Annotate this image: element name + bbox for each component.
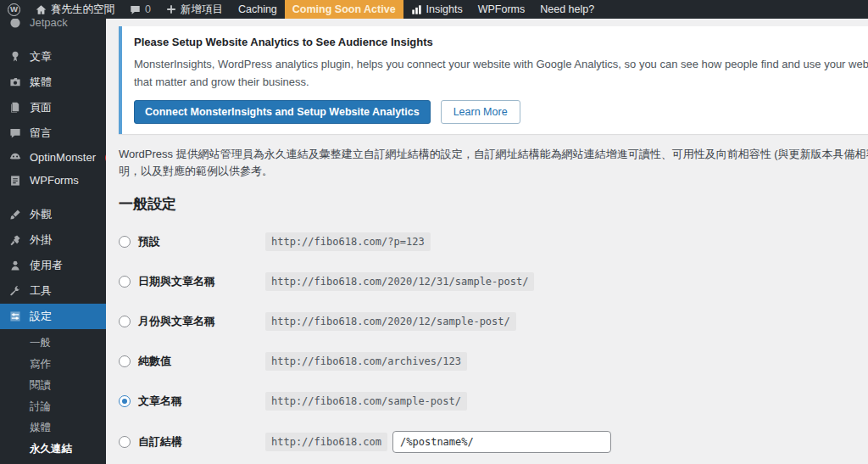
submenu-permalinks[interactable]: 永久連結 bbox=[0, 439, 106, 460]
intro-line2: 明，以及對應的範例以供參考。 bbox=[119, 163, 868, 180]
caching-menu[interactable]: Caching bbox=[231, 0, 285, 19]
radio-day-name[interactable] bbox=[119, 276, 131, 288]
intro-line1: WordPress 提供網站管理員為永久連結及彙整建立自訂網址結構的設定，自訂網… bbox=[119, 146, 868, 163]
submenu-media[interactable]: 媒體 bbox=[0, 417, 106, 439]
sidebar-item-jetpack[interactable]: Jetpack bbox=[0, 19, 106, 34]
submenu-privacy[interactable]: 隱私權 bbox=[0, 460, 106, 464]
option-row-plain: 預設 http://fibo618.com/?p=123 bbox=[119, 232, 868, 252]
learn-more-button[interactable]: Learn More bbox=[441, 100, 520, 124]
sidebar-item-label: 外掛 bbox=[30, 232, 52, 248]
submenu-discussion[interactable]: 討論 bbox=[0, 396, 106, 417]
option-label[interactable]: 日期與文章名稱 bbox=[138, 274, 265, 289]
url-prefix: http://fibo618.com bbox=[265, 433, 387, 451]
admin-bar: W 賽先生的空間 0 新增項目 Caching Coming Soon Acti… bbox=[0, 0, 868, 19]
option-row-numeric: 純數值 http://fibo618.com/archives/123 bbox=[119, 351, 868, 372]
comments-count: 0 bbox=[145, 3, 151, 15]
comments-menu[interactable]: 0 bbox=[122, 0, 159, 19]
caching-label: Caching bbox=[238, 3, 277, 15]
insights-menu[interactable]: Insights bbox=[403, 0, 470, 19]
sidebar-item-label: 使用者 bbox=[30, 258, 63, 273]
url-example: http://fibo618.com/sample-post/ bbox=[265, 392, 467, 411]
sidebar-item-label: OptinMonster bbox=[30, 151, 96, 164]
custom-structure-input[interactable] bbox=[392, 431, 611, 453]
wordpress-logo-icon: W bbox=[8, 3, 20, 16]
insights-label: Insights bbox=[426, 3, 463, 15]
comment-bubble-icon bbox=[8, 127, 22, 139]
sidebar-item-label: Jetpack bbox=[30, 19, 68, 29]
sidebar-item-plugins[interactable]: 外掛 bbox=[0, 227, 106, 253]
sidebar-item-label: 工具 bbox=[30, 283, 52, 299]
new-content-menu[interactable]: 新增項目 bbox=[159, 0, 231, 19]
pages-icon bbox=[8, 102, 22, 114]
sidebar-item-appearance[interactable]: 外觀 bbox=[0, 202, 106, 227]
radio-numeric[interactable] bbox=[119, 355, 131, 367]
sidebar-item-media[interactable]: 媒體 bbox=[0, 70, 106, 95]
radio-custom[interactable] bbox=[119, 436, 131, 448]
url-example: http://fibo618.com/?p=123 bbox=[265, 232, 431, 251]
url-example: http://fibo618.com/2020/12/sample-post/ bbox=[265, 312, 516, 331]
need-help-menu[interactable]: Need help? bbox=[532, 0, 602, 19]
site-name-menu[interactable]: 賽先生的空間 bbox=[28, 0, 122, 19]
sidebar-item-comments[interactable]: 留言 bbox=[0, 120, 106, 146]
paintbrush-icon bbox=[8, 209, 22, 221]
jetpack-icon bbox=[8, 19, 22, 29]
intro-text: WordPress 提供網站管理員為永久連結及彙整建立自訂網址結構的設定，自訂網… bbox=[119, 148, 868, 160]
option-label[interactable]: 自訂結構 bbox=[138, 434, 265, 450]
option-row-custom: 自訂結構 http://fibo618.com bbox=[119, 431, 868, 453]
option-label[interactable]: 純數值 bbox=[138, 354, 265, 369]
content-area: Please Setup Website Analytics to See Au… bbox=[106, 19, 868, 464]
option-row-post-name: 文章名稱 http://fibo618.com/sample-post/ bbox=[119, 391, 868, 411]
pushpin-icon bbox=[8, 51, 22, 63]
monsterinsights-notice: Please Setup Website Analytics to See Au… bbox=[119, 26, 868, 134]
permalinks-intro: WordPress 提供網站管理員為永久連結及彙整建立自訂網址結構的設定，自訂網… bbox=[119, 146, 868, 180]
plugin-icon bbox=[8, 234, 22, 246]
notice-body-line1: MonsterInsights, WordPress analytics plu… bbox=[134, 55, 868, 73]
update-count-badge: 1 bbox=[105, 152, 106, 164]
home-icon bbox=[36, 4, 47, 15]
comment-icon bbox=[130, 4, 141, 15]
sidebar-item-pages[interactable]: 頁面 bbox=[0, 95, 106, 120]
wpforms-label: WPForms bbox=[478, 3, 526, 15]
sidebar-item-label: 媒體 bbox=[30, 75, 52, 90]
permalink-options: 預設 http://fibo618.com/?p=123 日期與文章名稱 htt… bbox=[119, 232, 868, 453]
sidebar-item-label: 設定 bbox=[30, 309, 52, 324]
wpforms-menu[interactable]: WPForms bbox=[470, 0, 533, 19]
option-row-month-name: 月份與文章名稱 http://fibo618.com/2020/12/sampl… bbox=[119, 311, 868, 332]
option-row-day-name: 日期與文章名稱 http://fibo618.com/2020/12/31/sa… bbox=[119, 271, 868, 292]
user-icon bbox=[8, 260, 22, 271]
sidebar-item-posts[interactable]: 文章 bbox=[0, 44, 106, 70]
connect-monsterinsights-button[interactable]: Connect MonsterInsights and Setup Websit… bbox=[134, 100, 431, 124]
site-name: 賽先生的空間 bbox=[51, 3, 114, 17]
optinmonster-icon bbox=[8, 152, 22, 164]
settings-icon bbox=[8, 310, 22, 322]
new-item-label: 新增項目 bbox=[181, 3, 223, 17]
option-label[interactable]: 月份與文章名稱 bbox=[138, 314, 265, 329]
plus-icon bbox=[166, 4, 176, 14]
submenu-reading[interactable]: 閱讀 bbox=[0, 375, 106, 396]
settings-submenu: 一般 寫作 閱讀 討論 媒體 永久連結 隱私權 bbox=[0, 329, 106, 464]
option-label[interactable]: 預設 bbox=[138, 234, 265, 249]
coming-soon-menu[interactable]: Coming Soon Active bbox=[285, 0, 403, 19]
section-heading: 一般設定 bbox=[119, 194, 868, 214]
media-icon bbox=[8, 76, 22, 88]
submenu-writing[interactable]: 寫作 bbox=[0, 354, 106, 375]
need-help-label: Need help? bbox=[540, 3, 594, 15]
sidebar-item-wpforms[interactable]: WPForms bbox=[0, 169, 106, 192]
wrench-icon bbox=[8, 285, 22, 297]
wp-logo-menu[interactable]: W bbox=[0, 0, 28, 19]
radio-month-name[interactable] bbox=[119, 316, 131, 327]
sidebar-item-label: 外觀 bbox=[30, 207, 52, 222]
sidebar-item-label: 留言 bbox=[30, 126, 52, 141]
sidebar-item-settings[interactable]: 設定 bbox=[0, 304, 106, 329]
submenu-general[interactable]: 一般 bbox=[0, 333, 106, 354]
option-label[interactable]: 文章名稱 bbox=[138, 394, 265, 409]
sidebar-item-optinmonster[interactable]: OptinMonster 1 bbox=[0, 146, 106, 169]
sidebar-item-label: 頁面 bbox=[30, 100, 52, 115]
sidebar-item-users[interactable]: 使用者 bbox=[0, 253, 106, 278]
radio-plain[interactable] bbox=[119, 236, 131, 248]
radio-post-name[interactable] bbox=[119, 395, 131, 407]
sidebar-item-label: WPForms bbox=[30, 174, 79, 187]
url-example: http://fibo618.com/2020/12/31/sample-pos… bbox=[265, 272, 534, 291]
sidebar-item-tools[interactable]: 工具 bbox=[0, 278, 106, 304]
form-icon bbox=[8, 175, 22, 187]
